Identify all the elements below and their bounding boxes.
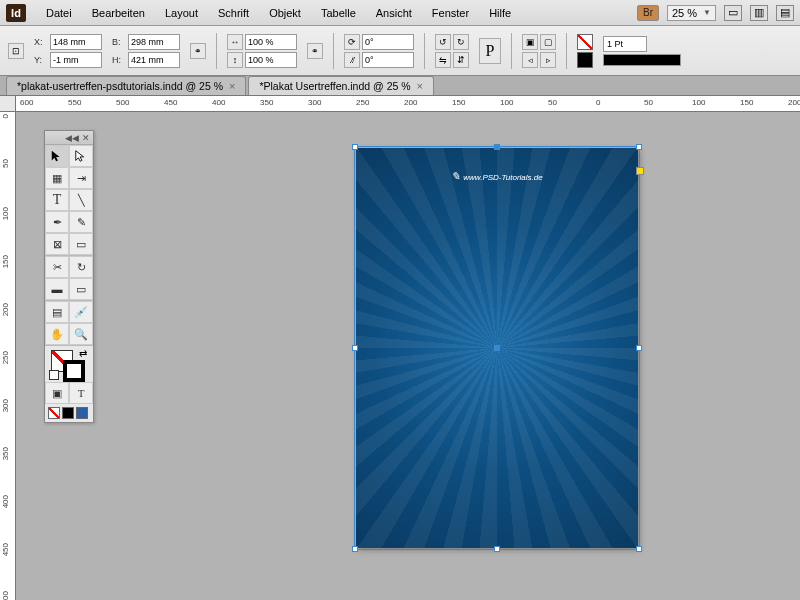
select-container-icon[interactable]: ▣ — [522, 34, 538, 50]
menu-type[interactable]: Schrift — [208, 3, 259, 23]
w-field[interactable]: 298 mm — [128, 34, 180, 50]
scale-y-field[interactable]: 100 % — [245, 52, 297, 68]
toolbox-header[interactable]: ◀◀ ✕ — [45, 131, 93, 145]
menu-layout[interactable]: Layout — [155, 3, 208, 23]
stroke-color[interactable] — [63, 360, 85, 382]
ruler-tick: 300 — [1, 399, 10, 412]
select-prev-icon[interactable]: ◃ — [522, 52, 538, 68]
select-next-icon[interactable]: ▹ — [540, 52, 556, 68]
ruler-tick: 150 — [740, 98, 753, 107]
menu-table[interactable]: Tabelle — [311, 3, 366, 23]
flip-h-icon[interactable]: ⇋ — [435, 52, 451, 68]
menubar: Id Datei Bearbeiten Layout Schrift Objek… — [0, 0, 800, 26]
divider — [511, 33, 512, 69]
selection-tool[interactable] — [45, 145, 69, 167]
fill-swatch[interactable] — [577, 34, 593, 50]
divider — [566, 33, 567, 69]
line-tool[interactable]: ╲ — [69, 189, 93, 211]
view-mode-1-icon[interactable]: ▭ — [724, 5, 742, 21]
ruler-tick: 50 — [548, 98, 557, 107]
ruler-tick: 50 — [644, 98, 653, 107]
canvas[interactable]: ✎www.PSD-Tutorials.de ◀◀ ✕ ▦ ⇥ T ╲ ✒ ✎ ⊠… — [16, 112, 800, 600]
scale-x-icon: ↔ — [227, 34, 243, 50]
swap-fill-stroke-icon[interactable]: ⇄ — [79, 348, 87, 359]
flip-v-icon[interactable]: ⇵ — [453, 52, 469, 68]
horizontal-ruler[interactable]: 600 550 500 450 400 350 300 250 200 150 … — [16, 96, 800, 112]
ruler-origin[interactable] — [0, 96, 16, 112]
gap-tool[interactable]: ⇥ — [69, 167, 93, 189]
menu-file[interactable]: Datei — [36, 3, 82, 23]
rotate-field[interactable]: 0° — [362, 34, 414, 50]
h-field[interactable]: 421 mm — [128, 52, 180, 68]
reference-point-icon[interactable]: ⊡ — [8, 43, 24, 59]
constrain-proportions-icon[interactable]: ⚭ — [190, 43, 206, 59]
pen-tool[interactable]: ✒ — [45, 211, 69, 233]
menu-view[interactable]: Ansicht — [366, 3, 422, 23]
zoom-tool[interactable]: 🔍 — [69, 323, 93, 345]
tab-label: *plakat-usertreffen-psdtutorials.indd @ … — [17, 80, 223, 92]
character-icon[interactable]: P — [479, 38, 501, 64]
free-transform-tool[interactable]: ↻ — [69, 256, 93, 278]
formatting-text-icon[interactable]: T — [69, 382, 93, 404]
ruler-tick: 200 — [404, 98, 417, 107]
type-tool[interactable]: T — [45, 189, 69, 211]
ruler-tick: 350 — [260, 98, 273, 107]
scale-y-icon: ↕ — [227, 52, 243, 68]
tab-label: *Plakat Usertreffen.indd @ 25 % — [259, 80, 410, 92]
control-panel: ⊡ X:148 mm Y:-1 mm B:298 mm H:421 mm ⚭ ↔… — [0, 26, 800, 76]
stroke-style-dropdown[interactable] — [603, 54, 681, 66]
zoom-dropdown[interactable]: 25 %▼ — [667, 5, 716, 21]
view-mode-2-icon[interactable]: ▥ — [750, 5, 768, 21]
chevron-down-icon: ▼ — [703, 8, 711, 17]
menu-window[interactable]: Fenster — [422, 3, 479, 23]
close-icon[interactable]: × — [417, 80, 423, 92]
y-label: Y: — [34, 55, 48, 65]
ruler-tick: 200 — [788, 98, 800, 107]
gradient-feather-tool[interactable]: ▭ — [69, 278, 93, 300]
apply-color-icon[interactable] — [62, 407, 74, 419]
fill-stroke-swatches[interactable]: ⇄ — [45, 346, 93, 382]
rectangle-tool[interactable]: ▭ — [69, 233, 93, 255]
tab-document-2[interactable]: *Plakat Usertreffen.indd @ 25 %× — [248, 76, 434, 95]
default-fill-stroke-icon[interactable] — [49, 370, 59, 380]
formatting-container-icon[interactable]: ▣ — [45, 382, 69, 404]
ruler-tick: 100 — [692, 98, 705, 107]
shear-field[interactable]: 0° — [362, 52, 414, 68]
select-content-icon[interactable]: ▢ — [540, 34, 556, 50]
gradient-swatch-tool[interactable]: ▬ — [45, 278, 69, 300]
apply-gradient-icon[interactable] — [76, 407, 88, 419]
note-tool[interactable]: ▤ — [45, 301, 69, 323]
vertical-ruler[interactable]: 0 50 100 150 200 250 300 350 400 450 500 — [0, 112, 16, 600]
h-label: H: — [112, 55, 126, 65]
stroke-weight-field[interactable]: 1 Pt — [603, 36, 647, 52]
y-field[interactable]: -1 mm — [50, 52, 102, 68]
rectangle-frame-tool[interactable]: ⊠ — [45, 233, 69, 255]
ruler-tick: 500 — [116, 98, 129, 107]
menu-object[interactable]: Objekt — [259, 3, 311, 23]
pencil-tool[interactable]: ✎ — [69, 211, 93, 233]
hand-tool[interactable]: ✋ — [45, 323, 69, 345]
ruler-tick: 150 — [1, 255, 10, 268]
rotate-cw-icon[interactable]: ↻ — [453, 34, 469, 50]
x-field[interactable]: 148 mm — [50, 34, 102, 50]
ruler-tick: 600 — [20, 98, 33, 107]
direct-selection-tool[interactable] — [69, 145, 93, 167]
menu-edit[interactable]: Bearbeiten — [82, 3, 155, 23]
ruler-tick: 450 — [1, 543, 10, 556]
close-icon[interactable]: × — [229, 80, 235, 92]
toolbox-panel[interactable]: ◀◀ ✕ ▦ ⇥ T ╲ ✒ ✎ ⊠ ▭ ✂ ↻ ▬ ▭ ▤ 💉 ✋ 🔍 — [44, 130, 94, 423]
tab-document-1[interactable]: *plakat-usertreffen-psdtutorials.indd @ … — [6, 76, 246, 95]
stroke-swatch[interactable] — [577, 52, 593, 68]
view-mode-3-icon[interactable]: ▤ — [776, 5, 794, 21]
document-page[interactable]: ✎www.PSD-Tutorials.de — [356, 148, 638, 548]
apply-none-icon[interactable] — [48, 407, 60, 419]
constrain-scale-icon[interactable]: ⚭ — [307, 43, 323, 59]
ruler-tick: 400 — [1, 495, 10, 508]
menu-help[interactable]: Hilfe — [479, 3, 521, 23]
scissors-tool[interactable]: ✂ — [45, 256, 69, 278]
bridge-button[interactable]: Br — [637, 5, 659, 21]
eyedropper-tool[interactable]: 💉 — [69, 301, 93, 323]
scale-x-field[interactable]: 100 % — [245, 34, 297, 50]
rotate-ccw-icon[interactable]: ↺ — [435, 34, 451, 50]
page-tool[interactable]: ▦ — [45, 167, 69, 189]
